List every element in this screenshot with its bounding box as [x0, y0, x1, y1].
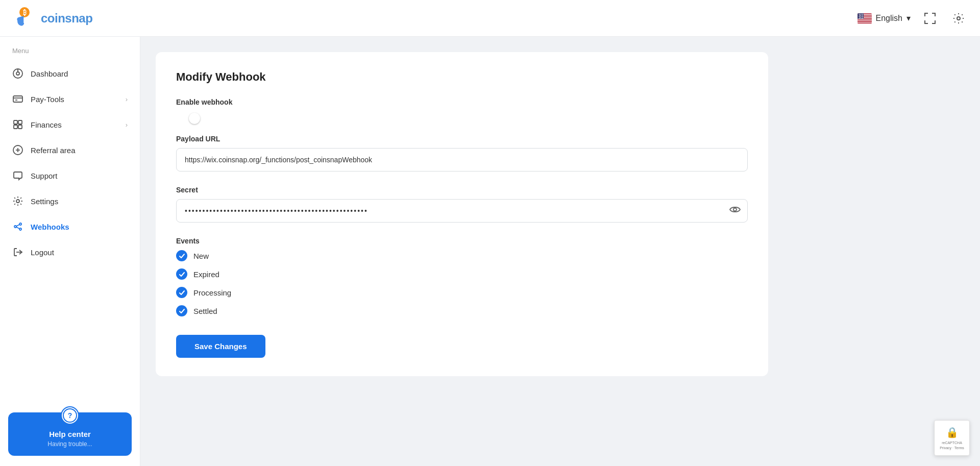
- sidebar-item-referral[interactable]: Referral area: [0, 137, 140, 163]
- sidebar-item-webhooks-label: Webhooks: [31, 223, 128, 231]
- sidebar-item-finances-label: Finances: [31, 120, 118, 129]
- svg-point-36: [16, 72, 19, 75]
- payload-url-label: Payload URL: [176, 135, 748, 143]
- svg-line-50: [16, 225, 19, 226]
- secret-group: Secret: [176, 186, 748, 223]
- language-chevron: ▾: [906, 13, 911, 23]
- recaptcha-logo: 🔒: [940, 425, 964, 439]
- event-processing-label: Processing: [193, 288, 231, 297]
- svg-point-46: [16, 200, 19, 203]
- help-center-subtitle: Having trouble...: [16, 440, 124, 448]
- secret-toggle-visibility[interactable]: [729, 206, 741, 216]
- svg-rect-14: [857, 22, 872, 23]
- save-changes-button[interactable]: Save Changes: [176, 335, 265, 358]
- event-settled-label: Settled: [193, 307, 217, 315]
- flag-icon: ★★★★ ★★★ ★★★★ ★★★ ★★★★: [857, 13, 872, 23]
- svg-point-47: [14, 226, 16, 228]
- toggle-thumb: [189, 113, 200, 124]
- referral-icon: [12, 144, 23, 156]
- support-icon: [12, 170, 23, 181]
- content-card: Modify Webhook Enable webhook Payload UR…: [156, 52, 768, 376]
- logout-icon: [12, 247, 23, 258]
- language-selector[interactable]: ★★★★ ★★★ ★★★★ ★★★ ★★★★ English ▾: [857, 13, 911, 23]
- help-center-badge-inner: ?: [63, 408, 77, 423]
- help-center-title: Help center: [16, 430, 124, 438]
- page-title: Modify Webhook: [176, 70, 748, 84]
- svg-rect-41: [14, 125, 17, 129]
- secret-input-wrapper: [176, 199, 748, 223]
- pay-tools-chevron: ›: [126, 95, 128, 103]
- sidebar-bottom: ? Help center Having trouble...: [0, 402, 140, 456]
- event-item-new: New: [176, 250, 748, 261]
- svg-rect-12: [857, 21, 872, 22]
- svg-rect-38: [13, 96, 22, 102]
- svg-point-49: [19, 228, 21, 230]
- secret-input[interactable]: [176, 199, 748, 223]
- logo-text: coinsnap: [41, 11, 92, 26]
- sidebar-item-support[interactable]: Support: [0, 163, 140, 188]
- main-content: Modify Webhook Enable webhook Payload UR…: [140, 37, 980, 466]
- recaptcha-text: reCAPTCHAPrivacy · Terms: [940, 440, 964, 451]
- payload-url-group: Payload URL: [176, 135, 748, 171]
- sidebar-item-referral-label: Referral area: [31, 146, 128, 155]
- finances-icon: [12, 119, 23, 130]
- events-group: Events New: [176, 237, 748, 316]
- paytools-icon: [12, 93, 23, 105]
- sidebar-item-pay-tools[interactable]: Pay-Tools ›: [0, 86, 140, 112]
- svg-rect-11: [857, 20, 872, 21]
- event-item-processing: Processing: [176, 287, 748, 298]
- logo-icon: ₿: [12, 6, 37, 31]
- event-expired-checkbox[interactable]: [176, 268, 187, 280]
- language-label: English: [876, 14, 902, 23]
- svg-rect-10: [857, 19, 872, 20]
- recaptcha-badge: 🔒 reCAPTCHAPrivacy · Terms: [934, 420, 970, 456]
- event-expired-label: Expired: [193, 270, 219, 279]
- settings-nav-icon: [12, 195, 23, 207]
- finances-chevron: ›: [126, 121, 128, 129]
- svg-point-48: [19, 223, 21, 225]
- events-label: Events: [176, 237, 748, 245]
- event-settled-checkbox[interactable]: [176, 305, 187, 316]
- payload-url-input[interactable]: [176, 148, 748, 171]
- sidebar-item-pay-tools-label: Pay-Tools: [31, 95, 118, 104]
- sidebar-item-settings[interactable]: Settings: [0, 188, 140, 214]
- svg-line-51: [16, 227, 19, 229]
- sidebar-item-finances[interactable]: Finances ›: [0, 112, 140, 137]
- recaptcha-inner: 🔒 reCAPTCHAPrivacy · Terms: [940, 425, 964, 451]
- webhooks-icon: [12, 221, 23, 232]
- sidebar-item-settings-label: Settings: [31, 197, 128, 206]
- sidebar-item-dashboard[interactable]: Dashboard: [0, 61, 140, 86]
- header: ₿ coinsnap: [0, 0, 980, 37]
- svg-rect-40: [18, 120, 22, 124]
- expand-button[interactable]: [921, 9, 939, 28]
- sidebar-item-support-label: Support: [31, 171, 128, 180]
- events-list: New Expired: [176, 250, 748, 316]
- event-item-settled: Settled: [176, 305, 748, 316]
- logo: ₿ coinsnap: [12, 6, 92, 31]
- event-new-label: New: [193, 252, 209, 260]
- svg-point-53: [733, 208, 737, 211]
- sidebar-item-logout-label: Logout: [31, 248, 128, 257]
- help-center-card[interactable]: ? Help center Having trouble...: [8, 412, 132, 456]
- event-processing-checkbox[interactable]: [176, 287, 187, 298]
- settings-button[interactable]: [949, 9, 968, 28]
- svg-text:₿: ₿: [23, 9, 27, 16]
- sidebar: Menu Dashboard Pay-Tools: [0, 37, 140, 466]
- enable-webhook-label: Enable webhook: [176, 98, 748, 106]
- header-right: ★★★★ ★★★ ★★★★ ★★★ ★★★★ English ▾: [857, 9, 968, 28]
- svg-rect-39: [14, 120, 17, 124]
- svg-rect-42: [18, 125, 22, 129]
- sidebar-menu-label: Menu: [0, 47, 140, 61]
- event-item-expired: Expired: [176, 268, 748, 280]
- svg-point-34: [957, 17, 960, 20]
- event-new-checkbox[interactable]: [176, 250, 187, 261]
- sidebar-item-webhooks[interactable]: Webhooks: [0, 214, 140, 239]
- sidebar-item-logout[interactable]: Logout: [0, 239, 140, 265]
- dashboard-icon: [12, 68, 23, 79]
- enable-webhook-group: Enable webhook: [176, 98, 748, 120]
- secret-label: Secret: [176, 186, 748, 194]
- svg-rect-13: [857, 21, 872, 22]
- svg-text:★: ★: [862, 17, 864, 19]
- help-center-badge: ?: [61, 406, 79, 425]
- sidebar-item-dashboard-label: Dashboard: [31, 69, 128, 78]
